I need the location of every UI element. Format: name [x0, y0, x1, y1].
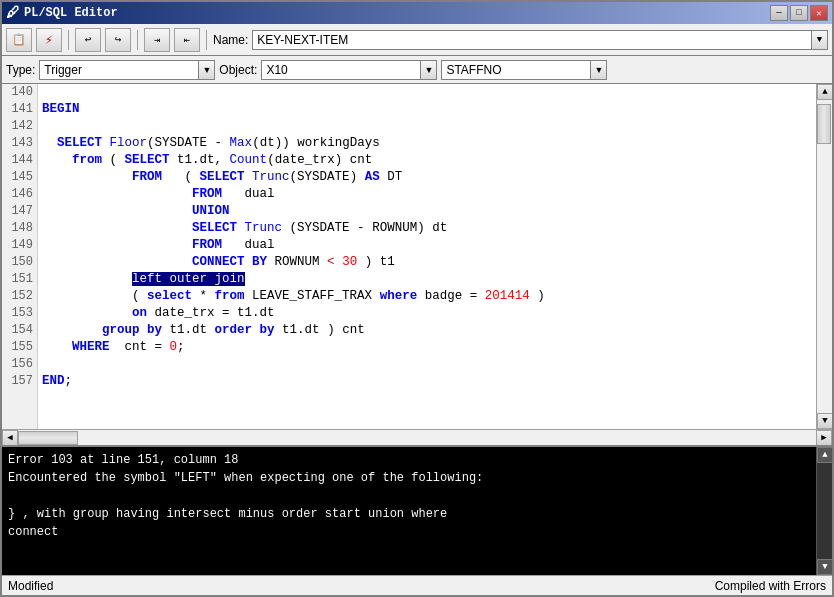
error-scroll-down[interactable]: ▼ [817, 559, 833, 575]
error-scroll-up[interactable]: ▲ [817, 447, 833, 463]
third-select-wrapper: STAFFNO ▼ [441, 60, 607, 80]
title-controls: ─ □ ✕ [770, 5, 828, 21]
name-input[interactable] [252, 30, 812, 50]
scroll-thumb[interactable] [817, 104, 831, 144]
type-value: Trigger [44, 63, 82, 77]
line-num-147: 147 [2, 203, 37, 220]
object-select-box[interactable]: X10 [261, 60, 421, 80]
code-line-147: UNION [42, 203, 812, 220]
code-line-149: FROM dual [42, 237, 812, 254]
toolbar-separator-3 [206, 30, 207, 50]
code-line-148: SELECT Trunc (SYSDATE - ROWNUM) dt [42, 220, 812, 237]
line-num-140: 140 [2, 84, 37, 101]
minimize-button[interactable]: ─ [770, 5, 788, 21]
code-line-152: ( select * from LEAVE_STAFF_TRAX where b… [42, 288, 812, 305]
scroll-up-button[interactable]: ▲ [817, 84, 832, 100]
title-bar: 🖊 PL/SQL Editor ─ □ ✕ [2, 2, 832, 24]
type-bar: Type: Trigger ▼ Object: X10 ▼ STAFFNO ▼ [2, 56, 832, 84]
code-line-140 [42, 84, 812, 101]
toolbar-separator-2 [137, 30, 138, 50]
line-num-155: 155 [2, 339, 37, 356]
horizontal-scrollbar: ◀ ▶ [2, 429, 832, 445]
name-dropdown-button[interactable]: ▼ [812, 30, 828, 50]
name-label: Name: [213, 33, 248, 47]
scroll-left-button[interactable]: ◀ [2, 430, 18, 446]
code-line-145: FROM ( SELECT Trunc(SYSDATE) AS DT [42, 169, 812, 186]
error-panel: Error 103 at line 151, column 18 Encount… [2, 445, 832, 575]
type-label: Type: [6, 63, 35, 77]
third-select-box[interactable]: STAFFNO [441, 60, 591, 80]
maximize-button[interactable]: □ [790, 5, 808, 21]
line-num-145: 145 [2, 169, 37, 186]
code-line-144: from ( SELECT t1.dt, Count(date_trx) cnt [42, 152, 812, 169]
app-icon: 🖊 [6, 5, 20, 21]
object-label: Object: [219, 63, 257, 77]
code-line-143: SELECT Floor(SYSDATE - Max(dt)) workingD… [42, 135, 812, 152]
h-scroll-track[interactable] [18, 430, 816, 446]
error-line-3 [8, 487, 810, 505]
toolbar-btn-undo[interactable]: ↩ [75, 28, 101, 52]
object-dropdown-arrow[interactable]: ▼ [421, 60, 437, 80]
error-line-5: connect [8, 523, 810, 541]
main-window: 🖊 PL/SQL Editor ─ □ ✕ 📋 ⚡ ↩ ↪ ⇥ ⇤ Name: … [0, 0, 834, 597]
line-num-144: 144 [2, 152, 37, 169]
scroll-down-button[interactable]: ▼ [817, 413, 832, 429]
type-select-box[interactable]: Trigger [39, 60, 199, 80]
line-numbers: 140 141 142 143 144 145 146 147 148 149 … [2, 84, 38, 429]
line-num-146: 146 [2, 186, 37, 203]
vertical-scrollbar: ▲ ▼ [816, 84, 832, 429]
code-line-142 [42, 118, 812, 135]
editor-area: 140 141 142 143 144 145 146 147 148 149 … [2, 84, 832, 429]
line-num-154: 154 [2, 322, 37, 339]
code-line-153: on date_trx = t1.dt [42, 305, 812, 322]
error-line-4: } , with group having intersect minus or… [8, 505, 810, 523]
line-num-151: 151 [2, 271, 37, 288]
error-scrollbar: ▲ ▼ [816, 447, 832, 575]
line-num-142: 142 [2, 118, 37, 135]
code-line-157: END; [42, 373, 812, 390]
window-title: PL/SQL Editor [24, 6, 118, 20]
third-dropdown-arrow[interactable]: ▼ [591, 60, 607, 80]
scroll-track[interactable] [817, 100, 832, 413]
h-scroll-thumb[interactable] [18, 431, 78, 445]
type-dropdown-arrow[interactable]: ▼ [199, 60, 215, 80]
code-line-151: left outer join [42, 271, 812, 288]
title-bar-left: 🖊 PL/SQL Editor [6, 5, 118, 21]
scroll-right-button[interactable]: ▶ [816, 430, 832, 446]
name-input-container: ▼ [252, 30, 828, 50]
object-select-wrapper: X10 ▼ [261, 60, 437, 80]
error-line-1: Error 103 at line 151, column 18 [8, 451, 810, 469]
third-value: STAFFNO [446, 63, 501, 77]
error-line-2: Encountered the symbol "LEFT" when expec… [8, 469, 810, 487]
status-left: Modified [8, 579, 53, 593]
type-select-wrapper: Trigger ▼ [39, 60, 215, 80]
toolbar-btn-outdent[interactable]: ⇤ [174, 28, 200, 52]
toolbar-btn-redo[interactable]: ↪ [105, 28, 131, 52]
toolbar-separator-1 [68, 30, 69, 50]
line-num-150: 150 [2, 254, 37, 271]
line-num-149: 149 [2, 237, 37, 254]
toolbar-btn-indent[interactable]: ⇥ [144, 28, 170, 52]
line-num-153: 153 [2, 305, 37, 322]
code-line-154: group by t1.dt order by t1.dt ) cnt [42, 322, 812, 339]
line-num-152: 152 [2, 288, 37, 305]
status-right: Compiled with Errors [715, 579, 826, 593]
toolbar-btn-1[interactable]: 📋 [6, 28, 32, 52]
line-num-141: 141 [2, 101, 37, 118]
status-bar: Modified Compiled with Errors [2, 575, 832, 595]
code-line-141: BEGIN [42, 101, 812, 118]
code-line-156 [42, 356, 812, 373]
line-num-148: 148 [2, 220, 37, 237]
line-num-143: 143 [2, 135, 37, 152]
error-content: Error 103 at line 151, column 18 Encount… [2, 447, 816, 575]
code-line-155: WHERE cnt = 0; [42, 339, 812, 356]
object-value: X10 [266, 63, 287, 77]
line-num-156: 156 [2, 356, 37, 373]
code-line-150: CONNECT BY ROWNUM < 30 ) t1 [42, 254, 812, 271]
code-editor[interactable]: BEGIN SELECT Floor(SYSDATE - Max(dt)) wo… [38, 84, 816, 429]
line-num-157: 157 [2, 373, 37, 390]
toolbar-btn-2[interactable]: ⚡ [36, 28, 62, 52]
toolbar: 📋 ⚡ ↩ ↪ ⇥ ⇤ Name: ▼ [2, 24, 832, 56]
close-button[interactable]: ✕ [810, 5, 828, 21]
error-scroll-track[interactable] [817, 463, 832, 559]
